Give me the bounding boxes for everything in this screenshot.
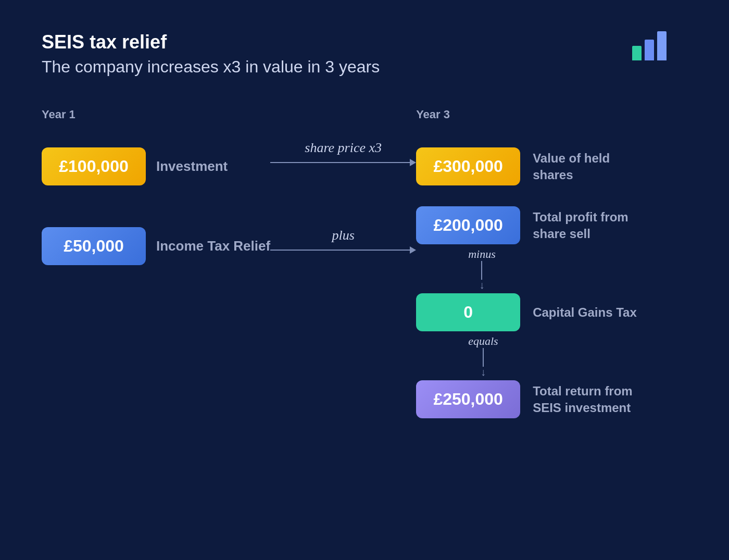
- page-container: SEIS tax relief The company increases x3…: [0, 0, 729, 560]
- shares-label: Value of held shares: [533, 150, 637, 182]
- arrow2-line: [270, 246, 416, 254]
- investment-value: £100,000: [42, 147, 146, 185]
- income-tax-row: £50,000 Income Tax Relief: [42, 227, 270, 265]
- bar-3: [657, 31, 667, 60]
- equals-arrow-head: ↓: [481, 367, 486, 377]
- cgt-label: Capital Gains Tax: [533, 304, 637, 320]
- investment-flow: £100,000 Investment: [42, 147, 270, 185]
- profit-value: £200,000: [416, 206, 520, 244]
- cgt-value: 0: [416, 293, 520, 331]
- right-section: Year 3 £300,000 Value of held shares £20…: [416, 108, 637, 424]
- arrow1-head: [410, 159, 416, 166]
- minus-line: [481, 261, 482, 280]
- year3-label: Year 3: [416, 108, 450, 121]
- shares-value: £300,000: [416, 147, 520, 185]
- equals-connector: equals ↓: [468, 334, 498, 377]
- chart-icon: [632, 31, 667, 60]
- arrows-section: share price x3 plus: [270, 108, 416, 254]
- left-section: Year 1 £100,000 Investment £50,000 Incom…: [42, 108, 270, 307]
- header: SEIS tax relief The company increases x3…: [42, 31, 687, 77]
- bar-1: [632, 46, 642, 60]
- arrow2-head: [410, 246, 416, 254]
- arrow2-script: plus: [332, 228, 354, 243]
- page-subtitle: The company increases x3 in value in 3 y…: [42, 57, 687, 77]
- year1-label: Year 1: [42, 108, 270, 121]
- arrow2-hline: [270, 250, 410, 251]
- minus-arrow: ↓: [479, 261, 484, 290]
- arrow1-script: share price x3: [305, 140, 382, 156]
- profit-label: Total profit from share sell: [533, 209, 637, 241]
- total-return-label: Total return from SEIS investment: [533, 383, 637, 415]
- total-return-row: £250,000 Total return from SEIS investme…: [416, 380, 637, 418]
- equals-label: equals: [468, 334, 498, 348]
- income-tax-label: Income Tax Relief: [156, 238, 270, 254]
- minus-connector: minus ↓: [468, 247, 496, 290]
- shares-row: £300,000 Value of held shares: [416, 147, 637, 185]
- bar-2: [645, 40, 654, 60]
- cgt-row: 0 Capital Gains Tax: [416, 293, 637, 331]
- equals-line: [483, 348, 484, 367]
- page-title: SEIS tax relief: [42, 31, 687, 53]
- arrow1-line: [270, 159, 416, 166]
- arrow2-container: plus: [270, 228, 416, 254]
- arrow1-hline: [270, 162, 410, 163]
- investment-row: £100,000 Investment: [42, 147, 270, 185]
- total-return-value: £250,000: [416, 380, 520, 418]
- arrow1-container: share price x3: [270, 140, 416, 166]
- investment-label: Investment: [156, 158, 228, 175]
- minus-label: minus: [468, 247, 496, 261]
- minus-arrow-head: ↓: [479, 280, 484, 290]
- equals-arrow: ↓: [481, 348, 486, 377]
- income-tax-value: £50,000: [42, 227, 146, 265]
- income-tax-flow: £50,000 Income Tax Relief: [42, 227, 270, 265]
- diagram: Year 1 £100,000 Investment £50,000 Incom…: [42, 108, 687, 424]
- profit-row: £200,000 Total profit from share sell: [416, 206, 637, 244]
